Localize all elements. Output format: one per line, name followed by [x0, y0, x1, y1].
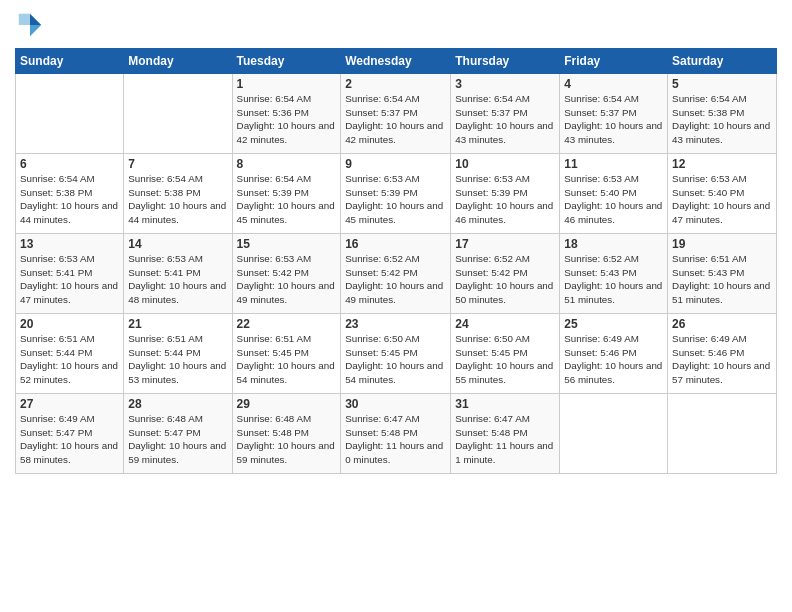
header	[15, 10, 777, 40]
day-cell: 18Sunrise: 6:52 AM Sunset: 5:43 PM Dayli…	[560, 234, 668, 314]
day-info: Sunrise: 6:54 AM Sunset: 5:36 PM Dayligh…	[237, 92, 337, 147]
day-info: Sunrise: 6:53 AM Sunset: 5:41 PM Dayligh…	[20, 252, 119, 307]
day-info: Sunrise: 6:53 AM Sunset: 5:39 PM Dayligh…	[455, 172, 555, 227]
day-of-week-saturday: Saturday	[668, 49, 777, 74]
day-cell: 1Sunrise: 6:54 AM Sunset: 5:36 PM Daylig…	[232, 74, 341, 154]
calendar-body: 1Sunrise: 6:54 AM Sunset: 5:36 PM Daylig…	[16, 74, 777, 474]
day-cell: 27Sunrise: 6:49 AM Sunset: 5:47 PM Dayli…	[16, 394, 124, 474]
day-cell: 29Sunrise: 6:48 AM Sunset: 5:48 PM Dayli…	[232, 394, 341, 474]
day-number: 3	[455, 77, 555, 91]
day-info: Sunrise: 6:54 AM Sunset: 5:38 PM Dayligh…	[20, 172, 119, 227]
day-of-week-thursday: Thursday	[451, 49, 560, 74]
day-cell: 19Sunrise: 6:51 AM Sunset: 5:43 PM Dayli…	[668, 234, 777, 314]
day-cell: 8Sunrise: 6:54 AM Sunset: 5:39 PM Daylig…	[232, 154, 341, 234]
day-info: Sunrise: 6:48 AM Sunset: 5:47 PM Dayligh…	[128, 412, 227, 467]
calendar: SundayMondayTuesdayWednesdayThursdayFrid…	[15, 48, 777, 474]
day-cell: 14Sunrise: 6:53 AM Sunset: 5:41 PM Dayli…	[124, 234, 232, 314]
day-number: 21	[128, 317, 227, 331]
svg-marker-2	[19, 14, 30, 25]
day-info: Sunrise: 6:54 AM Sunset: 5:38 PM Dayligh…	[672, 92, 772, 147]
day-number: 26	[672, 317, 772, 331]
day-number: 9	[345, 157, 446, 171]
day-number: 7	[128, 157, 227, 171]
day-cell: 11Sunrise: 6:53 AM Sunset: 5:40 PM Dayli…	[560, 154, 668, 234]
week-row-5: 27Sunrise: 6:49 AM Sunset: 5:47 PM Dayli…	[16, 394, 777, 474]
day-info: Sunrise: 6:54 AM Sunset: 5:37 PM Dayligh…	[345, 92, 446, 147]
page: SundayMondayTuesdayWednesdayThursdayFrid…	[0, 0, 792, 612]
day-info: Sunrise: 6:53 AM Sunset: 5:42 PM Dayligh…	[237, 252, 337, 307]
day-cell: 4Sunrise: 6:54 AM Sunset: 5:37 PM Daylig…	[560, 74, 668, 154]
day-number: 29	[237, 397, 337, 411]
day-number: 22	[237, 317, 337, 331]
day-cell: 10Sunrise: 6:53 AM Sunset: 5:39 PM Dayli…	[451, 154, 560, 234]
day-info: Sunrise: 6:47 AM Sunset: 5:48 PM Dayligh…	[455, 412, 555, 467]
day-cell: 12Sunrise: 6:53 AM Sunset: 5:40 PM Dayli…	[668, 154, 777, 234]
day-cell: 25Sunrise: 6:49 AM Sunset: 5:46 PM Dayli…	[560, 314, 668, 394]
day-cell	[560, 394, 668, 474]
day-number: 4	[564, 77, 663, 91]
day-info: Sunrise: 6:48 AM Sunset: 5:48 PM Dayligh…	[237, 412, 337, 467]
day-number: 5	[672, 77, 772, 91]
day-number: 11	[564, 157, 663, 171]
day-of-week-tuesday: Tuesday	[232, 49, 341, 74]
day-number: 2	[345, 77, 446, 91]
day-info: Sunrise: 6:54 AM Sunset: 5:39 PM Dayligh…	[237, 172, 337, 227]
day-number: 23	[345, 317, 446, 331]
day-number: 10	[455, 157, 555, 171]
day-info: Sunrise: 6:51 AM Sunset: 5:43 PM Dayligh…	[672, 252, 772, 307]
day-cell: 23Sunrise: 6:50 AM Sunset: 5:45 PM Dayli…	[341, 314, 451, 394]
day-info: Sunrise: 6:52 AM Sunset: 5:42 PM Dayligh…	[455, 252, 555, 307]
logo	[15, 10, 49, 40]
day-info: Sunrise: 6:51 AM Sunset: 5:44 PM Dayligh…	[20, 332, 119, 387]
day-cell: 28Sunrise: 6:48 AM Sunset: 5:47 PM Dayli…	[124, 394, 232, 474]
day-cell: 5Sunrise: 6:54 AM Sunset: 5:38 PM Daylig…	[668, 74, 777, 154]
day-info: Sunrise: 6:53 AM Sunset: 5:40 PM Dayligh…	[672, 172, 772, 227]
day-cell: 2Sunrise: 6:54 AM Sunset: 5:37 PM Daylig…	[341, 74, 451, 154]
day-number: 6	[20, 157, 119, 171]
day-cell: 13Sunrise: 6:53 AM Sunset: 5:41 PM Dayli…	[16, 234, 124, 314]
day-cell: 6Sunrise: 6:54 AM Sunset: 5:38 PM Daylig…	[16, 154, 124, 234]
day-cell	[124, 74, 232, 154]
day-info: Sunrise: 6:47 AM Sunset: 5:48 PM Dayligh…	[345, 412, 446, 467]
day-info: Sunrise: 6:50 AM Sunset: 5:45 PM Dayligh…	[455, 332, 555, 387]
day-cell: 9Sunrise: 6:53 AM Sunset: 5:39 PM Daylig…	[341, 154, 451, 234]
day-number: 20	[20, 317, 119, 331]
day-of-week-wednesday: Wednesday	[341, 49, 451, 74]
day-number: 31	[455, 397, 555, 411]
day-info: Sunrise: 6:53 AM Sunset: 5:41 PM Dayligh…	[128, 252, 227, 307]
day-number: 28	[128, 397, 227, 411]
day-cell	[16, 74, 124, 154]
day-header-row: SundayMondayTuesdayWednesdayThursdayFrid…	[16, 49, 777, 74]
day-number: 14	[128, 237, 227, 251]
day-info: Sunrise: 6:52 AM Sunset: 5:42 PM Dayligh…	[345, 252, 446, 307]
day-info: Sunrise: 6:49 AM Sunset: 5:46 PM Dayligh…	[564, 332, 663, 387]
day-cell: 17Sunrise: 6:52 AM Sunset: 5:42 PM Dayli…	[451, 234, 560, 314]
day-info: Sunrise: 6:54 AM Sunset: 5:37 PM Dayligh…	[564, 92, 663, 147]
day-info: Sunrise: 6:51 AM Sunset: 5:44 PM Dayligh…	[128, 332, 227, 387]
day-info: Sunrise: 6:49 AM Sunset: 5:46 PM Dayligh…	[672, 332, 772, 387]
day-number: 24	[455, 317, 555, 331]
day-info: Sunrise: 6:49 AM Sunset: 5:47 PM Dayligh…	[20, 412, 119, 467]
day-number: 19	[672, 237, 772, 251]
day-number: 27	[20, 397, 119, 411]
day-number: 8	[237, 157, 337, 171]
day-cell: 30Sunrise: 6:47 AM Sunset: 5:48 PM Dayli…	[341, 394, 451, 474]
week-row-3: 13Sunrise: 6:53 AM Sunset: 5:41 PM Dayli…	[16, 234, 777, 314]
week-row-1: 1Sunrise: 6:54 AM Sunset: 5:36 PM Daylig…	[16, 74, 777, 154]
svg-marker-1	[30, 25, 41, 36]
day-cell: 16Sunrise: 6:52 AM Sunset: 5:42 PM Dayli…	[341, 234, 451, 314]
day-cell: 26Sunrise: 6:49 AM Sunset: 5:46 PM Dayli…	[668, 314, 777, 394]
day-number: 30	[345, 397, 446, 411]
week-row-4: 20Sunrise: 6:51 AM Sunset: 5:44 PM Dayli…	[16, 314, 777, 394]
day-info: Sunrise: 6:52 AM Sunset: 5:43 PM Dayligh…	[564, 252, 663, 307]
day-info: Sunrise: 6:53 AM Sunset: 5:39 PM Dayligh…	[345, 172, 446, 227]
day-cell: 22Sunrise: 6:51 AM Sunset: 5:45 PM Dayli…	[232, 314, 341, 394]
day-number: 12	[672, 157, 772, 171]
day-number: 13	[20, 237, 119, 251]
day-cell: 15Sunrise: 6:53 AM Sunset: 5:42 PM Dayli…	[232, 234, 341, 314]
day-of-week-monday: Monday	[124, 49, 232, 74]
day-cell: 20Sunrise: 6:51 AM Sunset: 5:44 PM Dayli…	[16, 314, 124, 394]
day-cell: 31Sunrise: 6:47 AM Sunset: 5:48 PM Dayli…	[451, 394, 560, 474]
day-cell: 7Sunrise: 6:54 AM Sunset: 5:38 PM Daylig…	[124, 154, 232, 234]
day-number: 17	[455, 237, 555, 251]
